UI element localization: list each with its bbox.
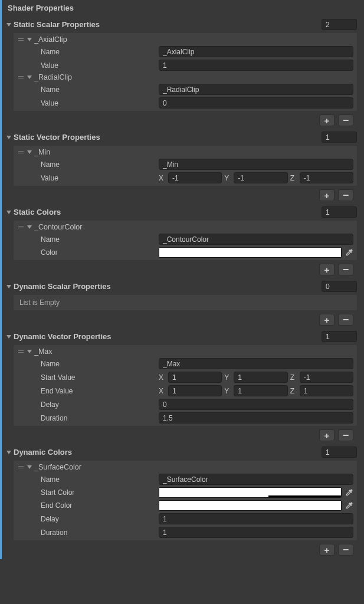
dynamic-scalar-count-input[interactable]: [322, 281, 357, 292]
item-title: _AxialClip: [34, 35, 67, 44]
field-label: Name: [41, 48, 159, 56]
section-label: Dynamic Colors: [14, 448, 72, 457]
start-y-input[interactable]: [234, 372, 287, 383]
end-z-input[interactable]: [300, 385, 353, 396]
foldout-icon: [6, 335, 11, 339]
field-label: Value: [41, 99, 159, 107]
remove-button[interactable]: −: [338, 264, 353, 275]
static-vector-count-input[interactable]: [322, 132, 357, 143]
section-static-scalar-header[interactable]: Static Scalar Properties: [2, 17, 359, 32]
list-item-header[interactable]: _ContourColor: [15, 222, 356, 232]
list-item-header[interactable]: _Min: [15, 147, 356, 157]
remove-button[interactable]: −: [338, 189, 353, 201]
start-x-input[interactable]: [168, 372, 222, 383]
eyedropper-icon[interactable]: [345, 488, 353, 497]
list-footer: + −: [2, 311, 357, 327]
x-input[interactable]: [168, 172, 222, 183]
minus-icon: −: [343, 544, 349, 555]
drag-handle-icon[interactable]: [18, 76, 24, 78]
foldout-icon: [27, 465, 32, 469]
name-input[interactable]: [159, 474, 353, 485]
y-input[interactable]: [234, 172, 287, 183]
eyedropper-icon[interactable]: [345, 248, 353, 257]
minus-icon: −: [343, 430, 349, 441]
duration-input[interactable]: [159, 527, 353, 538]
foldout-icon: [6, 23, 11, 27]
add-button[interactable]: +: [319, 314, 335, 326]
static-scalar-count-input[interactable]: [322, 19, 357, 30]
duration-input[interactable]: [159, 412, 353, 424]
property-row: Value X Y Z: [15, 171, 356, 185]
field-label: Start Color: [41, 488, 159, 497]
property-row: Name: [15, 232, 356, 246]
section-dynamic-scalar-header[interactable]: Dynamic Scalar Properties: [2, 279, 359, 294]
foldout-icon: [27, 350, 32, 353]
drag-handle-icon[interactable]: [18, 151, 24, 153]
axis-label-x: X: [159, 387, 166, 395]
plus-icon: +: [324, 316, 330, 324]
field-label: End Value: [41, 387, 159, 395]
section-static-colors-header[interactable]: Static Colors: [2, 205, 359, 219]
vector3-field: X Y Z: [159, 385, 353, 396]
dynamic-vector-count-input[interactable]: [322, 331, 357, 342]
foldout-icon: [6, 451, 11, 454]
remove-button[interactable]: −: [338, 114, 353, 126]
delay-input[interactable]: [159, 513, 353, 524]
field-label: Delay: [41, 401, 159, 409]
axis-label-y: Y: [224, 373, 231, 382]
item-title: _ContourColor: [34, 223, 82, 231]
field-label: Name: [41, 235, 159, 244]
start-color-swatch[interactable]: [159, 487, 342, 498]
z-input[interactable]: [300, 172, 353, 183]
color-swatch[interactable]: [159, 247, 342, 258]
dynamic-colors-group: _SurfaceColor Name Start Color End Color: [14, 461, 357, 540]
end-x-input[interactable]: [168, 385, 222, 396]
value-input[interactable]: [159, 97, 353, 109]
add-button[interactable]: +: [319, 189, 335, 201]
name-input[interactable]: [159, 234, 353, 245]
name-input[interactable]: [159, 46, 353, 57]
add-button[interactable]: +: [319, 544, 335, 556]
remove-button[interactable]: −: [338, 544, 353, 556]
add-button[interactable]: +: [319, 429, 335, 441]
axis-label-x: X: [159, 373, 166, 382]
start-z-input[interactable]: [300, 372, 353, 383]
property-row: Name: [15, 357, 356, 370]
section-static-vector-header[interactable]: Static Vector Properties: [2, 130, 359, 145]
item-title: _RadialClip: [34, 73, 72, 81]
name-input[interactable]: [159, 358, 353, 369]
foldout-icon: [6, 211, 11, 214]
axis-label-z: Z: [290, 387, 297, 395]
name-input[interactable]: [159, 84, 353, 95]
dynamic-vector-group: _Max Name Start Value X Y Z End Value: [14, 345, 357, 426]
static-colors-count-input[interactable]: [322, 206, 357, 218]
list-footer: + −: [2, 541, 357, 557]
drag-handle-icon[interactable]: [18, 226, 24, 228]
section-label: Dynamic Vector Properties: [14, 332, 111, 341]
list-item-header[interactable]: _Max: [15, 346, 356, 357]
section-dynamic-colors-header[interactable]: Dynamic Colors: [2, 445, 359, 459]
list-item-header[interactable]: _AxialClip: [15, 34, 356, 45]
delay-input[interactable]: [159, 399, 353, 410]
name-input[interactable]: [159, 159, 353, 170]
section-dynamic-vector-header[interactable]: Dynamic Vector Properties: [2, 329, 359, 344]
eyedropper-icon[interactable]: [345, 501, 353, 510]
drag-handle-icon[interactable]: [18, 38, 24, 41]
remove-button[interactable]: −: [338, 314, 353, 326]
remove-button[interactable]: −: [338, 429, 353, 441]
add-button[interactable]: +: [319, 264, 335, 275]
list-footer: + −: [2, 427, 357, 442]
drag-handle-icon[interactable]: [18, 350, 24, 353]
minus-icon: −: [343, 314, 349, 325]
drag-handle-icon[interactable]: [18, 466, 24, 468]
end-y-input[interactable]: [234, 385, 287, 396]
value-input[interactable]: [159, 60, 353, 71]
list-item-header[interactable]: _SurfaceColor: [15, 462, 356, 472]
foldout-icon: [6, 285, 11, 288]
add-button[interactable]: +: [319, 114, 335, 126]
list-item-header[interactable]: _RadialClip: [15, 72, 356, 83]
dynamic-colors-count-input[interactable]: [322, 447, 357, 458]
list-footer: + −: [2, 187, 357, 202]
end-color-swatch[interactable]: [159, 500, 342, 511]
list-footer: + −: [2, 112, 357, 127]
